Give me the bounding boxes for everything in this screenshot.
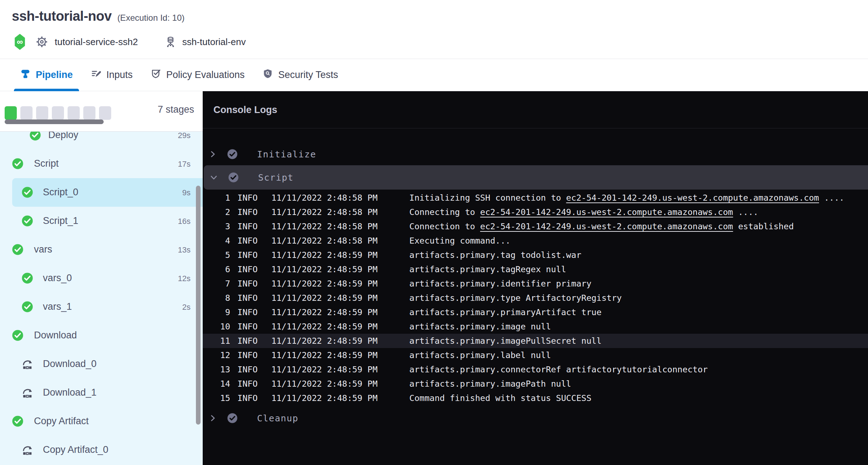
stage-row-download-0[interactable]: Download_0 xyxy=(0,350,203,378)
chevron-right-icon xyxy=(208,150,217,159)
log-level: INFO xyxy=(237,248,258,262)
log-line-number: 3 xyxy=(203,219,230,234)
log-text: artifacts.primary.type ArtifactoryRegist… xyxy=(409,293,622,303)
stage-duration: 13s xyxy=(178,245,191,255)
log-section-label: Cleanup xyxy=(257,413,299,424)
stages-summary-header: 7 stages xyxy=(0,91,203,132)
environment-link[interactable]: ssh-tutorial-env xyxy=(182,36,246,48)
log-link[interactable]: ec2-54-201-142-249.us-west-2.compute.ama… xyxy=(566,193,819,203)
stage-row-deploy[interactable]: Deploy29s xyxy=(0,132,203,150)
stages-horizontal-scrollbar[interactable] xyxy=(5,119,104,124)
log-timestamp: 11/11/2022 2:48:59 PM xyxy=(271,305,378,319)
log-message: Executing command... xyxy=(409,234,511,248)
stage-row-script[interactable]: Script17s xyxy=(0,150,203,178)
stage-count-label: 7 stages xyxy=(158,104,194,115)
stage-row-vars[interactable]: vars13s xyxy=(0,235,203,264)
stage-label: Download xyxy=(34,330,77,341)
stage-row-vars-1[interactable]: vars_12s xyxy=(0,293,203,321)
rolling-icon xyxy=(21,358,33,370)
log-line-number: 2 xyxy=(203,205,230,219)
tab-policy-evaluations[interactable]: Policy Evaluations xyxy=(151,68,245,82)
log-section-script[interactable]: Script xyxy=(204,165,868,190)
log-message: artifacts.primary.tagRegex null xyxy=(409,262,566,276)
log-level: INFO xyxy=(237,291,258,305)
stage-row-script-0[interactable]: Script_09s xyxy=(0,178,203,207)
log-timestamp: 11/11/2022 2:48:59 PM xyxy=(271,248,378,262)
log-line: 2INFO11/11/2022 2:48:58 PMConnecting to … xyxy=(203,205,868,219)
log-text: established xyxy=(733,221,794,231)
check-circle-slate-icon xyxy=(227,413,238,424)
stage-progress-segments xyxy=(5,106,111,120)
stage-row-vars-0[interactable]: vars_012s xyxy=(0,264,203,293)
log-timestamp: 11/11/2022 2:48:59 PM xyxy=(271,262,378,276)
stage-row-download-1[interactable]: Download_1 xyxy=(0,378,203,407)
log-text: artifacts.primary.primaryArtifact true xyxy=(409,307,602,317)
stage-progress-segment xyxy=(99,106,111,120)
log-link[interactable]: ec2-54-201-142-249.us-west-2.compute.ama… xyxy=(480,207,733,217)
log-line-number: 1 xyxy=(203,191,230,205)
stage-row-copy-artifact[interactable]: Copy Artifact xyxy=(0,407,203,436)
stages-sidebar: 7 stages Deploy29sScript17sScript_09sScr… xyxy=(0,91,203,465)
stage-duration: 2s xyxy=(182,303,191,312)
log-timestamp: 11/11/2022 2:48:59 PM xyxy=(271,334,378,348)
log-section-initialize[interactable]: Initialize xyxy=(203,142,868,167)
log-timestamp: 11/11/2022 2:48:59 PM xyxy=(271,348,378,362)
log-message: artifacts.primary.imagePullSecret null xyxy=(409,334,602,348)
log-line-number: 10 xyxy=(203,319,230,334)
stage-label: Deploy xyxy=(48,132,78,141)
environment-icon xyxy=(165,36,176,48)
log-timestamp: 11/11/2022 2:48:59 PM xyxy=(271,319,378,334)
stage-progress-segment xyxy=(68,106,80,120)
log-line: 12INFO11/11/2022 2:48:59 PMartifacts.pri… xyxy=(203,348,868,362)
tab-inputs[interactable]: Inputs xyxy=(91,68,133,82)
execution-tab-bar: Pipeline Inputs xyxy=(0,59,868,91)
stage-row-download[interactable]: Download xyxy=(0,321,203,350)
log-line-number: 8 xyxy=(203,291,230,305)
log-timestamp: 11/11/2022 2:48:58 PM xyxy=(271,219,378,234)
stage-duration: 16s xyxy=(178,217,191,226)
stage-row-script-1[interactable]: Script_116s xyxy=(0,207,203,235)
log-section-cleanup[interactable]: Cleanup xyxy=(203,406,868,431)
console-panel: Console Logs InitializeScriptCleanup1INF… xyxy=(203,91,868,465)
stage-duration: 29s xyxy=(178,132,191,140)
log-text: artifacts.primary.imagePullSecret null xyxy=(409,336,602,346)
log-level: INFO xyxy=(237,334,258,348)
log-line: 7INFO11/11/2022 2:48:59 PMartifacts.prim… xyxy=(203,276,868,291)
log-level: INFO xyxy=(237,205,258,219)
log-message: artifacts.primary.image null xyxy=(409,319,551,334)
log-text: artifacts.primary.identifier primary xyxy=(409,279,591,289)
stage-label: vars_0 xyxy=(43,273,72,284)
log-text: Connection to xyxy=(409,221,480,231)
log-timestamp: 11/11/2022 2:48:58 PM xyxy=(271,191,378,205)
stage-progress-segment xyxy=(20,106,33,120)
log-text: .... xyxy=(819,193,844,203)
pipeline-execution-page: ssh-tutorial-nov (Execution Id: 10) ∞ tu… xyxy=(0,0,868,465)
check-circle-icon xyxy=(29,132,41,141)
chevron-right-icon xyxy=(208,413,217,423)
stages-vertical-scrollbar[interactable] xyxy=(196,186,201,425)
check-circle-icon xyxy=(21,301,33,313)
inputs-icon xyxy=(91,68,102,82)
title-row: ssh-tutorial-nov (Execution Id: 10) xyxy=(12,9,184,24)
log-level: INFO xyxy=(237,348,258,362)
tab-security-tests[interactable]: Security Tests xyxy=(262,68,338,82)
log-link[interactable]: ec2-54-201-142-249.us-west-2.compute.ama… xyxy=(480,221,733,231)
stage-duration: 9s xyxy=(182,188,191,197)
check-circle-icon xyxy=(12,329,24,341)
active-tab-underline xyxy=(14,89,79,91)
stage-row-copy-artifact-0[interactable]: Copy Artifact_0 xyxy=(0,436,203,464)
log-text: artifacts.primary.connectorRef artifacto… xyxy=(409,364,708,375)
rolling-icon xyxy=(21,444,33,456)
check-circle-icon xyxy=(12,244,24,255)
cd-hexagon-icon: ∞ xyxy=(14,34,25,50)
console-title: Console Logs xyxy=(213,91,277,128)
log-line-number: 15 xyxy=(203,391,230,405)
tab-pipeline[interactable]: Pipeline xyxy=(20,68,73,82)
stage-progress-segment xyxy=(36,106,48,120)
log-text: artifacts.primary.label null xyxy=(409,350,551,360)
log-line: 8INFO11/11/2022 2:48:59 PMartifacts.prim… xyxy=(203,291,868,305)
service-gear-icon xyxy=(35,35,48,48)
stage-progress-segment xyxy=(52,106,64,120)
log-message: artifacts.primary.imagePath null xyxy=(409,377,571,391)
service-link[interactable]: tutorial-service-ssh2 xyxy=(55,36,138,48)
